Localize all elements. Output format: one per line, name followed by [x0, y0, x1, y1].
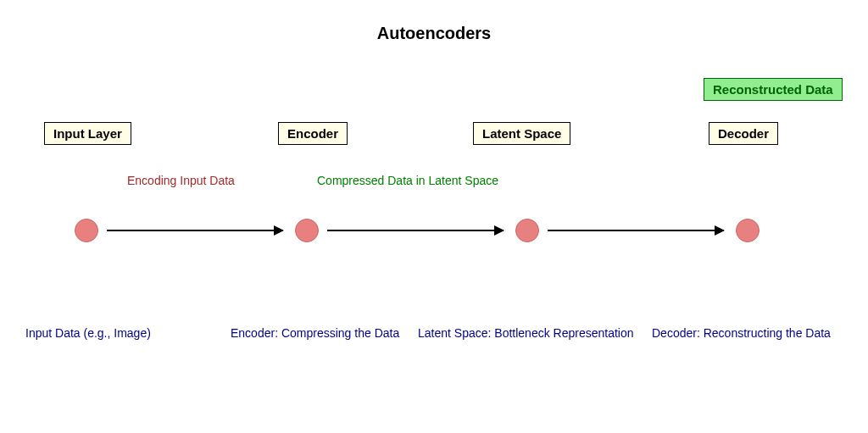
caption-latent: Latent Space: Bottleneck Representation	[418, 326, 634, 340]
node-latent	[515, 219, 539, 242]
arrow-input-to-encoder	[107, 230, 283, 231]
box-encoder: Encoder	[278, 122, 348, 145]
arrow-encoder-to-latent	[327, 230, 504, 231]
node-decoder	[736, 219, 760, 242]
box-latent-space: Latent Space	[473, 122, 570, 145]
box-reconstructed-data: Reconstructed Data	[704, 78, 843, 101]
box-decoder: Decoder	[709, 122, 778, 145]
caption-input: Input Data (e.g., Image)	[25, 326, 151, 340]
caption-encoder: Encoder: Compressing the Data	[231, 326, 399, 340]
node-input	[75, 219, 98, 242]
edge-label-encoding: Encoding Input Data	[127, 174, 235, 187]
diagram-title: Autoencoders	[377, 24, 491, 43]
box-input-layer: Input Layer	[44, 122, 131, 145]
arrow-latent-to-decoder	[548, 230, 724, 231]
edge-label-compressed: Compressed Data in Latent Space	[317, 174, 498, 187]
node-encoder	[295, 219, 319, 242]
caption-decoder: Decoder: Reconstructing the Data	[652, 326, 831, 340]
